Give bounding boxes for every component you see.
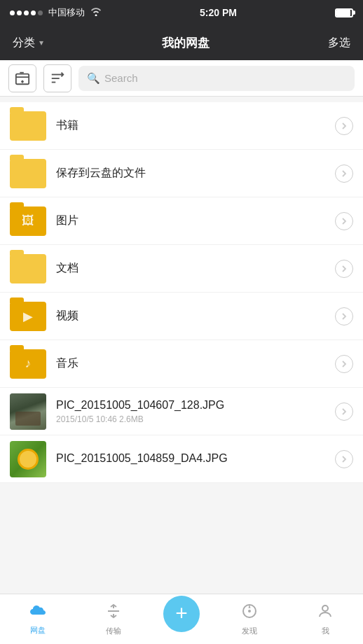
status-bar: 中国移动 5:20 PM: [0, 0, 363, 25]
divider-1: [0, 97, 363, 102]
tab-discover-label: 发现: [242, 626, 257, 636]
file-chevron-icon[interactable]: [335, 212, 353, 230]
file-name: PIC_20151005_104607_128.JPG: [56, 398, 335, 413]
file-name: 视频: [56, 309, 335, 323]
file-chevron-icon[interactable]: [335, 355, 353, 373]
nav-bar: 分类 ▾ 我的网盘 多选: [0, 25, 363, 60]
tab-transfer-label: 传输: [106, 626, 121, 636]
search-box[interactable]: 🔍 Search: [78, 66, 355, 91]
list-item[interactable]: 书籍: [0, 102, 363, 150]
multiselect-button[interactable]: 多选: [328, 36, 350, 50]
list-item[interactable]: 保存到云盘的文件: [0, 150, 363, 197]
tab-me[interactable]: 我: [287, 594, 363, 644]
list-item[interactable]: PIC_20151005_104859_DA4.JPG: [0, 435, 363, 483]
filter-button[interactable]: 分类 ▾: [13, 36, 43, 50]
discover-icon: [241, 603, 258, 624]
music-folder-inner-icon: ♪: [25, 356, 32, 371]
file-meta: 2015/10/5 10:46 2.6MB: [56, 414, 335, 424]
file-chevron-icon[interactable]: [335, 450, 353, 468]
list-item[interactable]: 🖼图片: [0, 197, 363, 245]
file-chevron-icon[interactable]: [335, 260, 353, 278]
signal-dots: [10, 10, 43, 15]
plus-icon: +: [175, 603, 188, 624]
tab-cloud[interactable]: 网盘: [0, 594, 76, 644]
tab-cloud-label: 网盘: [30, 625, 46, 636]
tab-bar: 网盘 传输 + 发现: [0, 594, 363, 644]
transfer-icon: [105, 603, 122, 624]
list-item[interactable]: ▶视频: [0, 293, 363, 340]
file-thumbnail: [10, 441, 46, 477]
add-folder-button[interactable]: [8, 64, 36, 92]
wifi-icon: [90, 7, 102, 18]
svg-point-13: [322, 606, 328, 611]
file-name: 书籍: [56, 118, 335, 133]
status-time: 5:20 PM: [200, 7, 237, 18]
file-name: 保存到云盘的文件: [56, 166, 335, 181]
file-name: 音乐: [56, 356, 335, 371]
image-folder-inner-icon: 🖼: [22, 214, 34, 228]
battery-icon: [335, 8, 353, 18]
list-item[interactable]: PIC_20151005_104607_128.JPG2015/10/5 10:…: [0, 388, 363, 435]
sort-button[interactable]: [43, 64, 71, 92]
tab-transfer[interactable]: 传输: [76, 594, 151, 644]
file-chevron-icon[interactable]: [335, 307, 353, 326]
file-chevron-icon[interactable]: [335, 402, 353, 421]
filter-label: 分类: [13, 36, 35, 50]
tab-me-label: 我: [322, 626, 329, 636]
file-name: PIC_20151005_104859_DA4.JPG: [56, 451, 335, 466]
tab-discover[interactable]: 发现: [212, 594, 287, 644]
list-item[interactable]: 文档: [0, 245, 363, 293]
file-list: 书籍保存到云盘的文件🖼图片文档▶视频♪音乐PIC_20151005_104607…: [0, 102, 363, 483]
status-left: 中国移动: [10, 6, 102, 19]
add-button[interactable]: +: [163, 596, 200, 632]
tab-add[interactable]: +: [151, 594, 212, 644]
list-item[interactable]: ♪音乐: [0, 340, 363, 388]
search-placeholder: Search: [104, 72, 138, 84]
file-name: 文档: [56, 261, 335, 276]
status-right: [335, 8, 353, 18]
file-thumbnail: [10, 393, 46, 430]
svg-point-12: [248, 610, 251, 612]
toolbar: 🔍 Search: [0, 60, 363, 97]
page-title: 我的网盘: [162, 35, 210, 51]
filter-chevron-icon: ▾: [39, 38, 43, 48]
file-name: 图片: [56, 214, 335, 228]
search-icon: 🔍: [87, 72, 100, 85]
main-content: 🔍 Search 书籍保存到云盘的文件🖼图片文档▶视频♪音乐PIC_201510…: [0, 60, 363, 594]
cloud-icon: [29, 603, 47, 623]
file-chevron-icon[interactable]: [335, 117, 353, 135]
me-icon: [317, 603, 334, 624]
video-folder-inner-icon: ▶: [23, 309, 33, 324]
file-chevron-icon[interactable]: [335, 164, 353, 183]
carrier-label: 中国移动: [48, 6, 85, 19]
